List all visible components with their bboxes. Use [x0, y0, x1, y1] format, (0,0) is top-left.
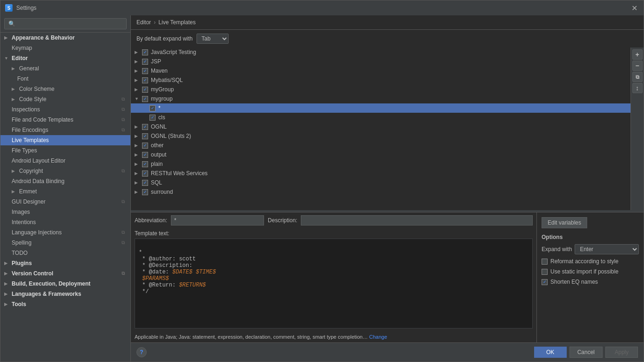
sidebar-item-live-templates[interactable]: Live Templates [0, 135, 130, 145]
checkbox-sql[interactable] [142, 180, 148, 186]
checkbox-ognl-struts[interactable] [142, 133, 148, 139]
sidebar-item-file-types[interactable]: File Types [0, 145, 130, 156]
sidebar-item-font[interactable]: Font [0, 74, 130, 84]
abbreviation-input[interactable] [171, 215, 264, 225]
checkbox-cls[interactable] [149, 115, 156, 121]
checkbox-star[interactable] [149, 105, 156, 111]
apply-button[interactable]: Apply [605, 347, 638, 358]
tree-item-ognl[interactable]: ▶ OGNL [131, 122, 630, 131]
ok-button[interactable]: OK [534, 347, 567, 358]
remove-template-button[interactable]: − [632, 61, 643, 71]
tree-item-jsp[interactable]: ▶ JSP [131, 57, 630, 66]
tree-item-star[interactable]: * [131, 103, 630, 113]
sidebar-item-language-injections[interactable]: Language Injections ⧉ [0, 227, 130, 238]
reformat-row[interactable]: Reformat according to style [542, 258, 639, 265]
tree-item-maven[interactable]: ▶ Maven [131, 66, 630, 75]
applicable-row: Applicable in Java; Java: statement, exp… [131, 332, 536, 342]
sidebar-item-emmet[interactable]: ▶ Emmet [0, 186, 130, 197]
move-template-button[interactable]: ↕ [632, 83, 643, 93]
reformat-checkbox[interactable] [542, 259, 548, 265]
static-import-checkbox[interactable] [542, 269, 548, 275]
tree-item-javascript-testing[interactable]: ▶ JavaScript Testing [131, 48, 630, 57]
tree-item-restful[interactable]: ▶ RESTful Web Services [131, 169, 630, 178]
tree-label: SQL [151, 179, 162, 186]
tree-label: myGroup [151, 86, 174, 93]
sidebar-item-android-layout-editor[interactable]: Android Layout Editor [0, 156, 130, 166]
tree-item-ognl-struts[interactable]: ▶ OGNL (Struts 2) [131, 131, 630, 141]
checkbox-javascript-testing[interactable] [142, 49, 148, 55]
checkbox-surround[interactable] [142, 189, 148, 195]
template-line-3: * @Description: [139, 262, 192, 269]
tree-item-mygroup-lower[interactable]: ▼ mygroup [131, 94, 630, 103]
expand-select[interactable]: Tab Enter Space [197, 34, 229, 44]
checkbox-mygroup-lower[interactable] [142, 96, 148, 102]
checkbox-maven[interactable] [142, 68, 148, 74]
description-input[interactable] [301, 215, 533, 225]
copy-icon: ⧉ [122, 107, 125, 112]
static-import-row[interactable]: Use static import if possible [542, 268, 639, 275]
tree-item-sql[interactable]: ▶ SQL [131, 178, 630, 187]
tree-item-surround[interactable]: ▶ surround [131, 187, 630, 197]
sidebar-item-general[interactable]: ▶ General [0, 63, 130, 74]
checkbox-restful[interactable] [142, 171, 148, 177]
sidebar-item-tools[interactable]: ▶ Tools [0, 299, 130, 309]
tree-item-cls[interactable]: cls [131, 113, 630, 122]
checkbox-plain[interactable] [142, 161, 148, 167]
sidebar-item-file-encodings[interactable]: File Encodings ⧉ [0, 125, 130, 135]
sidebar-item-version-control[interactable]: ▶ Version Control ⧉ [0, 268, 130, 279]
checkbox-output[interactable] [142, 152, 148, 158]
sidebar-item-build[interactable]: ▶ Build, Execution, Deployment [0, 279, 130, 289]
template-editor: Abbreviation: Description: Template text… [131, 212, 536, 342]
bottom-bar: ? OK Cancel Apply [131, 342, 644, 362]
sidebar-item-color-scheme[interactable]: ▶ Color Scheme [0, 84, 130, 94]
sidebar-item-code-style[interactable]: ▶ Code Style ⧉ [0, 94, 130, 104]
cancel-button[interactable]: Cancel [569, 347, 603, 358]
tree-label: output [151, 151, 166, 158]
sidebar-item-todo[interactable]: TODO [0, 248, 130, 258]
copy-template-button[interactable]: ⧉ [632, 72, 643, 82]
checkbox-mygroup[interactable] [142, 87, 148, 93]
tree-item-mybatis[interactable]: ▶ Mybatis/SQL [131, 75, 630, 85]
checkbox-ognl[interactable] [142, 124, 148, 130]
sidebar-item-plugins[interactable]: ▶ Plugins [0, 258, 130, 268]
sidebar-item-images[interactable]: Images [0, 207, 130, 217]
tree-item-other[interactable]: ▶ other [131, 141, 630, 150]
tree-label: JSP [151, 58, 161, 65]
add-template-button[interactable]: + [632, 49, 643, 60]
tree-item-output[interactable]: ▶ output [131, 150, 630, 159]
copy-icon: ⧉ [122, 271, 125, 276]
sidebar-item-editor[interactable]: ▼ Editor [0, 53, 130, 63]
sidebar-item-inspections[interactable]: Inspections ⧉ [0, 104, 130, 115]
close-button[interactable]: ✕ [630, 3, 639, 13]
tree-label: Maven [151, 68, 168, 74]
sidebar-item-gui-designer[interactable]: GUI Designer ⧉ [0, 197, 130, 207]
sidebar-item-file-code-templates[interactable]: File and Code Templates ⧉ [0, 115, 130, 125]
expand-with-select[interactable]: Enter Tab Space [575, 244, 639, 254]
sidebar-item-android-data-binding[interactable]: Android Data Binding [0, 176, 130, 186]
chevron-icon: ▶ [135, 162, 139, 166]
tree-label: * [158, 105, 161, 111]
chevron-icon: ▶ [12, 97, 17, 102]
change-link[interactable]: Change [369, 334, 387, 340]
sidebar-item-languages[interactable]: ▶ Languages & Frameworks [0, 289, 130, 299]
tree-item-mygroup[interactable]: ▶ myGroup [131, 85, 630, 94]
shorten-eq-row[interactable]: Shorten EQ names [542, 279, 639, 285]
shorten-eq-checkbox[interactable] [542, 279, 548, 285]
copy-icon: ⧉ [122, 127, 125, 133]
template-text-area[interactable]: * * @author: scott * @Description: * @da… [135, 239, 533, 328]
sidebar-item-copyright[interactable]: ▶ Copyright ⧉ [0, 166, 130, 176]
template-line-5: * @Return: [139, 282, 179, 288]
tree-label: mygroup [151, 96, 173, 102]
sidebar: ▶ Appearance & Behavior Keymap ▼ Editor … [0, 15, 131, 362]
help-button[interactable]: ? [136, 347, 147, 357]
sidebar-item-keymap[interactable]: Keymap [0, 43, 130, 53]
sidebar-item-spelling[interactable]: Spelling ⧉ [0, 238, 130, 248]
checkbox-mybatis[interactable] [142, 77, 148, 83]
tree-item-plain[interactable]: ▶ plain [131, 159, 630, 169]
edit-variables-button[interactable]: Edit variables [542, 217, 587, 228]
checkbox-other[interactable] [142, 143, 148, 149]
sidebar-item-intentions[interactable]: Intentions [0, 217, 130, 227]
checkbox-jsp[interactable] [142, 59, 148, 65]
search-input[interactable] [4, 18, 127, 29]
sidebar-item-appearance[interactable]: ▶ Appearance & Behavior [0, 33, 130, 43]
